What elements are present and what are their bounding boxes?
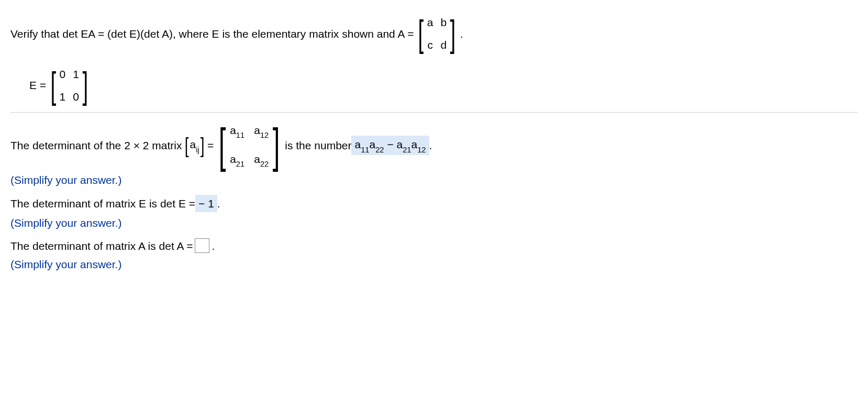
period: .	[212, 238, 215, 254]
aij-bracket: [ aij ]	[184, 135, 205, 156]
period: .	[429, 138, 432, 153]
matrix-cell: 1	[60, 89, 66, 104]
left-bracket-icon: [	[219, 122, 226, 169]
step1-prefix: The determinant of the 2 × 2 matrix	[10, 138, 182, 153]
right-bracket-icon: ]	[273, 122, 280, 169]
step2-answer: − 1	[195, 195, 217, 212]
matrix-cell: b	[441, 15, 447, 30]
aij-a: a	[190, 138, 196, 150]
step1-answer: a11a22 − a21a12	[351, 136, 429, 155]
left-bracket-icon: [	[418, 15, 424, 52]
divider	[10, 112, 858, 113]
question-statement: Verify that det EA = (det E)(det A), whe…	[10, 15, 858, 53]
matrix-cell: d	[441, 37, 447, 52]
answer-input[interactable]	[195, 238, 209, 253]
simplify-instruction: (Simplify your answer.)	[10, 215, 858, 230]
matrix-cell: 1	[73, 67, 79, 82]
matrix-E-definition: E = [ 0 1 1 0 ]	[29, 67, 858, 105]
step3-row: The determinant of matrix A is det A = .	[10, 238, 858, 254]
left-bracket-icon: [	[185, 135, 189, 156]
matrix-cell: a12	[254, 123, 269, 140]
matrix-E: [ 0 1 1 0 ]	[48, 67, 90, 105]
right-bracket-icon: ]	[450, 15, 456, 52]
step1-row: The determinant of the 2 × 2 matrix [ ai…	[10, 122, 858, 169]
matrix-cell: a22	[254, 151, 269, 169]
period: .	[460, 26, 463, 41]
matrix-cell: 0	[73, 89, 79, 104]
step3-prefix: The determinant of matrix A is det A =	[10, 238, 193, 254]
matrix-A: [ a b c d ]	[416, 15, 458, 53]
left-bracket-icon: [	[50, 67, 56, 104]
simplify-instruction: (Simplify your answer.)	[10, 257, 858, 272]
equals: =	[207, 138, 214, 153]
generic-matrix: [ a11 a12 a21 a22 ]	[216, 122, 283, 169]
aij-sub: ij	[196, 146, 199, 154]
right-bracket-icon: ]	[82, 67, 88, 104]
matrix-cell: c	[427, 37, 433, 52]
right-bracket-icon: ]	[200, 135, 204, 156]
question-text: Verify that det EA = (det E)(det A), whe…	[10, 26, 414, 41]
simplify-instruction: (Simplify your answer.)	[10, 172, 858, 188]
matrix-cell: a21	[230, 151, 244, 169]
step2-row: The determinant of matrix E is det E = −…	[10, 195, 858, 212]
matrix-cell: a11	[230, 123, 244, 140]
step2-prefix: The determinant of matrix E is det E =	[10, 196, 195, 211]
period: .	[217, 196, 220, 211]
matrix-cell: 0	[60, 67, 66, 82]
E-label: E =	[29, 78, 46, 93]
matrix-cell: a	[427, 15, 433, 30]
step1-mid: is the number	[285, 138, 351, 153]
